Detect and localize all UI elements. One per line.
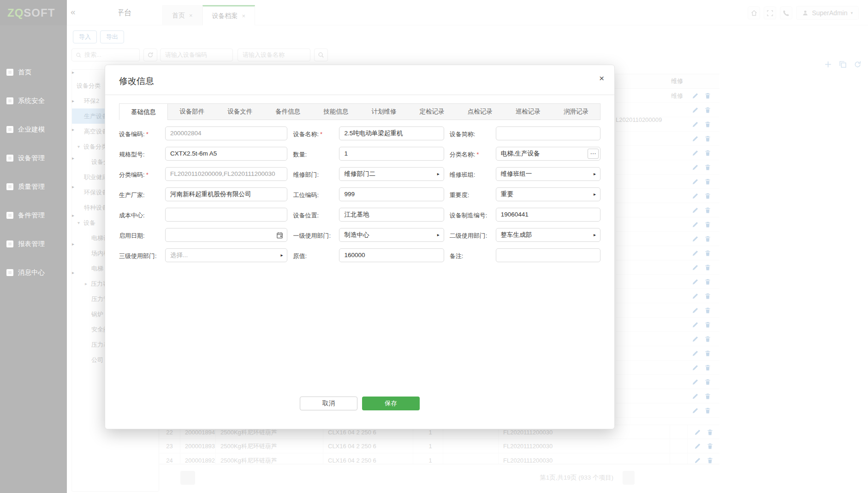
field-label: 设备名称:* bbox=[293, 126, 339, 138]
dropdown-arrow-icon[interactable]: ▸ bbox=[594, 228, 596, 241]
form-field: 维修部门: 维修部门二 ▸ bbox=[293, 167, 444, 181]
dialog-header: 修改信息 × bbox=[105, 65, 614, 95]
form-field: 分类编码:* FL2020110200009,FL2020111200030 bbox=[119, 167, 287, 181]
form-field: 一级使用部门: 制造中心 ▸ bbox=[293, 228, 444, 242]
field-value: 整车生成部 bbox=[496, 228, 600, 241]
dialog-tab[interactable]: 备件信息 bbox=[264, 104, 312, 120]
field-label: 生产厂家: bbox=[119, 187, 165, 199]
dialog-tab-label: 计划维修 bbox=[372, 108, 397, 116]
dialog-tab-label: 巡检记录 bbox=[516, 108, 541, 116]
form-field: 设备制造编号: 19060441 bbox=[450, 208, 600, 222]
required-asterisk: * bbox=[320, 131, 322, 138]
field-label: 数量: bbox=[293, 147, 339, 159]
field-value: 200002804 bbox=[166, 127, 287, 140]
dialog-tab-label: 设备文件 bbox=[227, 108, 252, 116]
form-field: 成本中心: bbox=[119, 208, 287, 222]
form-field: 启用日期: bbox=[119, 228, 287, 242]
field-value: 制造中心 bbox=[339, 228, 443, 241]
field-input[interactable]: 999 bbox=[339, 187, 444, 201]
dialog-tab[interactable]: 点检记录 bbox=[456, 104, 504, 120]
app: ZQSOFT 首页 ▸ 系统安全 ▸ 企业建模 ▸ 设备管理 ▸ 质量管理 bbox=[0, 0, 868, 493]
form-field: 设备编码:* 200002804 bbox=[119, 126, 287, 140]
dialog-tab[interactable]: 巡检记录 bbox=[504, 104, 552, 120]
form-field: 设备位置: 江北基地 bbox=[293, 208, 444, 222]
close-icon[interactable]: × bbox=[599, 73, 604, 84]
field-input[interactable] bbox=[165, 228, 287, 242]
dialog-tab-label: 定检记录 bbox=[420, 108, 445, 116]
dialog-tab[interactable]: 技能信息 bbox=[312, 104, 360, 120]
form-field: 重要度: 重要 ▸ bbox=[450, 187, 600, 201]
field-label: 分类名称:* bbox=[450, 147, 496, 159]
field-input[interactable]: 电梯,生产设备 ⋯ bbox=[496, 147, 600, 161]
field-label: 启用日期: bbox=[119, 228, 165, 240]
dialog-tab-label: 润滑记录 bbox=[564, 108, 589, 116]
field-input[interactable] bbox=[496, 248, 600, 262]
field-input[interactable]: 维修班组一 ▸ bbox=[496, 167, 600, 181]
dialog-tab[interactable]: 润滑记录 bbox=[552, 104, 600, 120]
dropdown-arrow-icon[interactable]: ▸ bbox=[437, 228, 440, 241]
field-value: 江北基地 bbox=[339, 208, 443, 221]
required-asterisk: * bbox=[476, 151, 479, 158]
field-input[interactable]: CXTX2.5t-6m A5 bbox=[165, 147, 287, 161]
field-value: 河南新科起重机股份有限公司 bbox=[166, 188, 287, 201]
field-label: 原值: bbox=[293, 248, 339, 260]
field-input[interactable] bbox=[496, 126, 600, 140]
field-value: 维修班组一 bbox=[496, 168, 600, 180]
dropdown-arrow-icon[interactable]: ▸ bbox=[594, 188, 596, 201]
field-label: 规格型号: bbox=[119, 147, 165, 159]
edit-info-dialog: 修改信息 × 基础信息 设备部件 设备文件 备件信息 技能信息 计划维修 定检记… bbox=[105, 65, 615, 429]
form-field: 原值: 160000 bbox=[293, 248, 444, 262]
form-field: 设备简称: bbox=[450, 126, 600, 140]
field-value: CXTX2.5t-6m A5 bbox=[166, 147, 287, 160]
field-input[interactable]: 江北基地 bbox=[339, 208, 444, 222]
field-label: 二级使用部门: bbox=[450, 228, 496, 240]
field-input[interactable]: 维修部门二 ▸ bbox=[339, 167, 444, 181]
field-label: 工位编码: bbox=[293, 187, 339, 199]
field-value: FL2020110200009,FL2020111200030 bbox=[166, 168, 287, 180]
required-asterisk: * bbox=[146, 131, 149, 138]
field-label: 设备制造编号: bbox=[450, 208, 496, 220]
field-label: 一级使用部门: bbox=[293, 228, 339, 240]
field-input[interactable]: 200002804 bbox=[165, 126, 287, 140]
field-input[interactable]: 1 bbox=[339, 147, 444, 161]
field-label: 设备位置: bbox=[293, 208, 339, 220]
field-label: 分类编码:* bbox=[119, 167, 165, 179]
dropdown-arrow-icon[interactable]: ▸ bbox=[280, 249, 283, 262]
field-input[interactable]: FL2020110200009,FL2020111200030 bbox=[165, 167, 287, 181]
field-value: 999 bbox=[339, 188, 443, 201]
field-input[interactable]: 河南新科起重机股份有限公司 bbox=[165, 187, 287, 201]
dialog-tab[interactable]: 基础信息 bbox=[119, 104, 168, 120]
field-input[interactable]: 选择... ▸ bbox=[165, 248, 287, 262]
field-input[interactable]: 19060441 bbox=[496, 208, 600, 222]
dialog-tabstrip: 基础信息 设备部件 设备文件 备件信息 技能信息 计划维修 定检记录 点检记录 … bbox=[119, 103, 600, 120]
cancel-button[interactable]: 取消 bbox=[300, 397, 357, 410]
dialog-tab-label: 基础信息 bbox=[131, 108, 156, 116]
field-input[interactable]: 制造中心 ▸ bbox=[339, 228, 444, 242]
dialog-tab-label: 备件信息 bbox=[275, 108, 300, 116]
lookup-button[interactable]: ⋯ bbox=[588, 149, 599, 159]
field-value: 电梯,生产设备 bbox=[496, 147, 600, 160]
field-input[interactable]: 2.5吨电动单梁起重机 bbox=[339, 126, 444, 140]
field-input[interactable]: 160000 bbox=[339, 248, 444, 262]
dialog-tab[interactable]: 定检记录 bbox=[408, 104, 456, 120]
save-button[interactable]: 保存 bbox=[362, 397, 420, 410]
field-input[interactable] bbox=[165, 208, 287, 222]
field-input[interactable]: 重要 ▸ bbox=[496, 187, 600, 201]
dialog-tab[interactable]: 设备文件 bbox=[216, 104, 264, 120]
form-field: 工位编码: 999 bbox=[293, 187, 444, 201]
field-input[interactable]: 整车生成部 ▸ bbox=[496, 228, 600, 242]
dropdown-arrow-icon[interactable]: ▸ bbox=[437, 168, 440, 180]
dialog-title: 修改信息 bbox=[119, 76, 154, 86]
dialog-tab-label: 设备部件 bbox=[179, 108, 204, 116]
form-field: 二级使用部门: 整车生成部 ▸ bbox=[450, 228, 600, 242]
dialog-tab[interactable]: 设备部件 bbox=[168, 104, 216, 120]
field-value: 160000 bbox=[339, 249, 443, 262]
field-label: 维修部门: bbox=[293, 167, 339, 179]
dropdown-arrow-icon[interactable]: ▸ bbox=[594, 168, 596, 180]
form-field: 备注: bbox=[450, 248, 600, 262]
form-field: 数量: 1 bbox=[293, 147, 444, 161]
calendar-icon[interactable] bbox=[276, 232, 283, 240]
dialog-tab[interactable]: 计划维修 bbox=[360, 104, 408, 120]
field-label: 三级使用部门: bbox=[119, 248, 165, 260]
field-label: 成本中心: bbox=[119, 208, 165, 220]
